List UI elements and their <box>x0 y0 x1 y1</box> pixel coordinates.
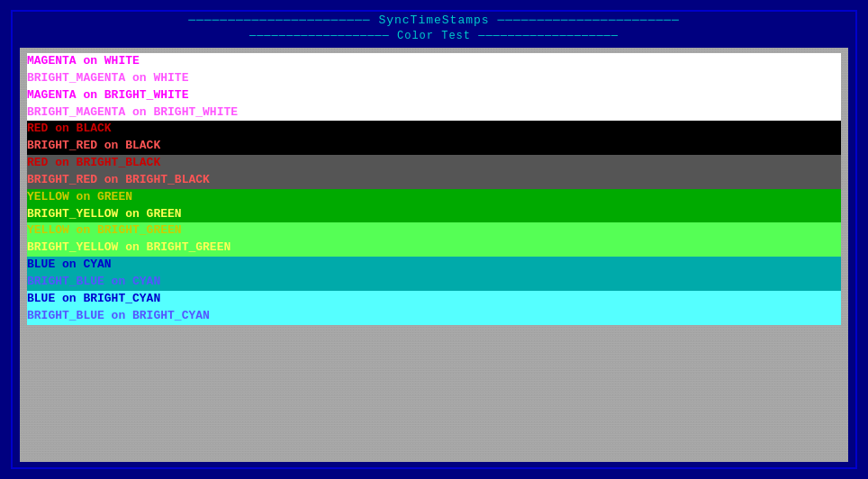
terminal-line: YELLOW on GREEN <box>27 189 841 206</box>
subtitle-text: Color Test <box>397 30 471 42</box>
app-title: SyncTimeStamps <box>378 14 489 27</box>
terminal-line: BRIGHT_MAGENTA on BRIGHT_WHITE <box>27 104 841 122</box>
terminal-line: YELLOW on BRIGHT_GREEN <box>27 222 841 240</box>
terminal-line: RED on BLACK <box>27 121 841 138</box>
terminal-line: BRIGHT_BLUE on BRIGHT_CYAN <box>27 308 841 325</box>
terminal-line: BRIGHT_YELLOW on GREEN <box>27 206 841 223</box>
main-window: ─────────────────────── SyncTimeStamps ─… <box>11 10 857 469</box>
terminal-line: MAGENTA on WHITE <box>27 53 841 70</box>
terminal-area: MAGENTA on WHITEBRIGHT_MAGENTA on WHITEM… <box>20 48 848 462</box>
terminal-line: BRIGHT_RED on BLACK <box>27 138 841 155</box>
terminal-line: BLUE on BRIGHT_CYAN <box>27 291 841 308</box>
terminal-line: BRIGHT_BLUE on CYAN <box>27 274 841 291</box>
terminal-line: BRIGHT_MAGENTA on WHITE <box>27 70 841 87</box>
title-bar: ─────────────────────── SyncTimeStamps ─… <box>13 12 855 29</box>
subtitle: ─────────────────── Color Test ─────────… <box>13 29 855 46</box>
terminal-line: BRIGHT_YELLOW on BRIGHT_GREEN <box>27 240 841 257</box>
terminal-line: MAGENTA on BRIGHT_WHITE <box>27 87 841 104</box>
terminal-line: BRIGHT_RED on BRIGHT_BLACK <box>27 172 841 189</box>
terminal-line: BLUE on CYAN <box>27 257 841 274</box>
terminal-line: RED on BRIGHT_BLACK <box>27 155 841 172</box>
